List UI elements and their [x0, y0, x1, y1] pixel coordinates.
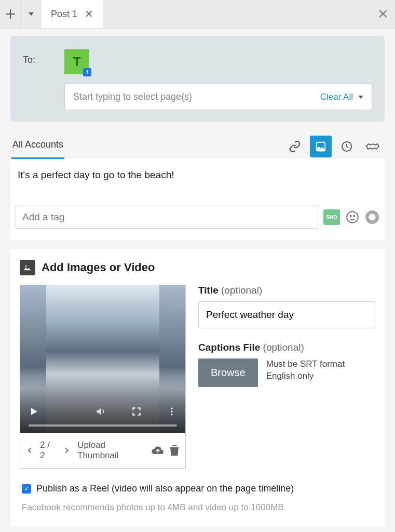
page-select-placeholder: Start typing to select page(s) [73, 91, 192, 102]
to-section: To: T f Start typing to select page(s) C… [10, 36, 385, 122]
upload-size-hint: Facebook recommends photos up to 4MB and… [22, 502, 375, 513]
more-button[interactable] [167, 406, 177, 417]
upload-thumbnail-label[interactable]: Upload Thumbnail [77, 440, 147, 461]
caret-down-icon [358, 96, 363, 99]
account-initial: T [73, 55, 81, 69]
snd-badge[interactable]: SND [323, 209, 340, 225]
clock-icon [340, 140, 353, 153]
publish-reel-row[interactable]: ✓ Publish as a Reel (video will also app… [22, 483, 375, 494]
tab-dropdown-button[interactable] [21, 0, 42, 28]
add-tab-button[interactable] [0, 0, 21, 28]
handshake-tool-button[interactable] [362, 136, 384, 157]
circle-icon [365, 210, 379, 224]
trash-icon [170, 445, 179, 456]
post-content-area: It's a perfect day to go to the beach! S… [10, 159, 385, 240]
chevron-left-icon [26, 447, 34, 454]
chevron-right-icon [63, 447, 70, 454]
video-preview[interactable] [20, 285, 185, 433]
fullscreen-button[interactable] [131, 406, 142, 417]
publish-reel-label: Publish as a Reel (video will also appea… [36, 483, 294, 494]
svg-point-4 [353, 216, 355, 217]
play-icon [29, 406, 39, 417]
svg-point-3 [350, 216, 351, 217]
media-section: Add Images or Video [10, 249, 385, 526]
account-avatar[interactable]: T f [64, 49, 89, 74]
svg-point-2 [347, 211, 358, 223]
volume-button[interactable] [95, 406, 106, 417]
clear-all-button[interactable]: Clear All [320, 92, 363, 102]
smile-icon [346, 210, 359, 224]
prev-thumbnail-button[interactable] [26, 447, 34, 454]
svg-point-9 [171, 414, 172, 415]
captions-label: Captions File (optional) [198, 342, 375, 353]
page-select-input[interactable]: Start typing to select page(s) Clear All [64, 84, 372, 110]
emoji-button[interactable] [345, 210, 360, 224]
cloud-upload-icon [151, 445, 165, 456]
close-composer-button[interactable]: ✕ [377, 6, 389, 22]
image-tool-button[interactable] [310, 136, 332, 157]
svg-point-6 [25, 265, 27, 267]
thumbnail-counter: 2 / 2 [40, 440, 57, 461]
to-label: To: [23, 49, 53, 65]
link-tool-button[interactable] [284, 136, 306, 157]
caret-down-icon [29, 12, 34, 16]
link-icon [289, 140, 301, 153]
post-text[interactable]: It's a perfect day to go to the beach! [16, 169, 379, 206]
facebook-badge-icon: f [83, 68, 91, 76]
video-preview-box: 2 / 2 Upload Thumbnail [20, 285, 186, 469]
composer-toolbar: All Accounts [0, 129, 395, 159]
delete-media-button[interactable] [170, 445, 179, 456]
svg-point-8 [171, 410, 172, 412]
title-input[interactable] [198, 301, 375, 328]
publish-reel-checkbox[interactable]: ✓ [22, 484, 31, 494]
browse-button[interactable]: Browse [198, 358, 258, 387]
image-icon [20, 260, 35, 275]
video-progress-bar[interactable] [29, 424, 177, 427]
tab-label: Post 1 [51, 9, 77, 20]
image-icon [315, 141, 326, 152]
handshake-icon [365, 141, 380, 152]
media-meta-column: Title (optional) Captions File (optional… [198, 285, 375, 387]
volume-icon [95, 406, 106, 417]
svg-point-5 [367, 212, 377, 222]
thumbnail-bar: 2 / 2 Upload Thumbnail [20, 433, 185, 468]
next-thumbnail-button[interactable] [63, 447, 70, 454]
tag-input[interactable] [16, 206, 318, 229]
fullscreen-icon [131, 406, 142, 417]
upload-thumbnail-button[interactable] [151, 445, 165, 456]
more-vertical-icon [167, 406, 177, 417]
schedule-tool-button[interactable] [336, 136, 358, 157]
tab-close-button[interactable]: ✕ [85, 8, 93, 20]
top-tab-bar: Post 1 ✕ ✕ [0, 0, 395, 29]
title-label: Title (optional) [198, 285, 375, 296]
plus-icon [6, 9, 15, 19]
target-button[interactable] [365, 210, 379, 224]
tab-post-1[interactable]: Post 1 ✕ [42, 0, 103, 28]
svg-point-7 [171, 408, 172, 409]
play-button[interactable] [29, 406, 39, 417]
tab-all-accounts[interactable]: All Accounts [11, 134, 64, 159]
media-heading: Add Images or Video [20, 260, 375, 275]
captions-hint: Must be SRT format English only [266, 358, 345, 382]
